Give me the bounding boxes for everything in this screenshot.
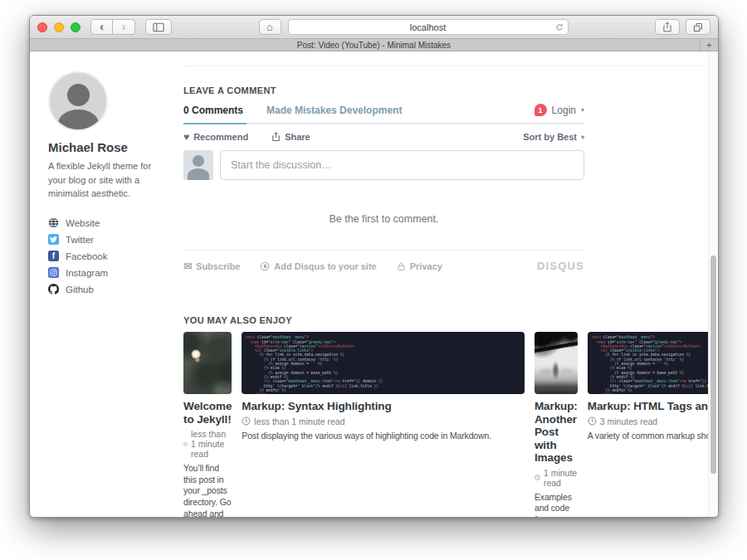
link-label: Twitter <box>66 235 94 245</box>
envelope-icon: ✉ <box>183 261 192 271</box>
active-tab[interactable]: Post: Video (YouTube) - Minimal Mistakes <box>30 41 718 50</box>
author-bio: A flexible Jekyll theme for your blog or… <box>48 159 158 201</box>
scrollbar-thumb[interactable] <box>710 256 716 474</box>
related-post-card: Markup: Another Post with Images 1 minut… <box>535 332 578 518</box>
author-name: Michael Rose <box>48 140 173 154</box>
read-time-label: less than 1 minute read <box>191 429 232 459</box>
tabs-icon <box>693 22 703 32</box>
facebook-icon: f <box>48 251 59 261</box>
clock-icon <box>242 416 251 426</box>
sidebar-toggle-button[interactable] <box>145 19 172 35</box>
related-post-card: <div class="masthead__menu"> <nav id="si… <box>242 332 525 518</box>
forward-button[interactable]: › <box>113 19 135 35</box>
tab-comments[interactable]: 0 Comments <box>183 105 243 116</box>
post-thumbnail-fog[interactable] <box>535 332 578 394</box>
sort-by-best-button[interactable]: Sort by Best ▾ <box>523 132 584 142</box>
twitter-icon <box>48 234 59 245</box>
disqus-header: 0 Comments Made Mistakes Development 1 L… <box>183 104 584 124</box>
comment-input[interactable] <box>220 150 584 180</box>
browser-window: ‹ › ⌂ localhost <box>29 15 719 518</box>
login-label: Login <box>552 105 576 116</box>
disqus-logo[interactable]: DISQUS <box>537 260 584 272</box>
clock-icon <box>183 440 188 449</box>
share-button[interactable] <box>655 19 680 35</box>
subscribe-link[interactable]: ✉ Subscribe <box>183 261 240 271</box>
subscribe-label: Subscribe <box>196 261 240 271</box>
back-button[interactable]: ‹ <box>90 19 113 35</box>
home-button[interactable]: ⌂ <box>259 19 281 35</box>
disqus-embed: 0 Comments Made Mistakes Development 1 L… <box>183 104 584 272</box>
post-title[interactable]: Markup: HTML Tags and Formatting <box>588 400 719 413</box>
sort-label: Sort by Best <box>523 132 577 142</box>
related-posts-section: YOU MAY ALSO ENJOY Welcome to Jekyll! le… <box>183 315 719 518</box>
read-time-label: 1 minute read <box>544 468 578 488</box>
code-thumb: <div class="masthead__menu"> <nav id="si… <box>246 335 520 394</box>
link-label: Github <box>66 285 94 295</box>
community-link[interactable]: Made Mistakes Development <box>266 105 402 116</box>
post-thumbnail-code[interactable]: <div class="masthead__menu"> <nav id="si… <box>242 332 525 394</box>
url-text: localhost <box>301 22 555 32</box>
post-thumbnail-code[interactable]: <div class="masthead__menu"> <nav id="si… <box>588 332 719 394</box>
sidebar-item-github[interactable]: Github <box>48 284 173 295</box>
privacy-label: Privacy <box>410 261 442 271</box>
author-sidebar: Michael Rose A flexible Jekyll theme for… <box>30 51 173 518</box>
avatar <box>48 71 108 131</box>
screenshot-stage: ‹ › ⌂ localhost <box>0 0 747 560</box>
login-button[interactable]: 1 Login ▾ <box>535 104 584 116</box>
disqus-d-icon <box>260 261 270 271</box>
reload-icon[interactable] <box>555 23 564 32</box>
comment-editor <box>183 150 584 180</box>
clock-icon <box>588 416 597 426</box>
commenter-avatar <box>183 150 213 180</box>
post-excerpt: Examples and code for displaying images … <box>535 492 578 518</box>
chevron-down-icon: ▾ <box>581 106 584 114</box>
page-content: Michael Rose A flexible Jekyll theme for… <box>30 51 718 518</box>
notification-badge: 1 <box>535 104 547 116</box>
related-heading: YOU MAY ALSO ENJOY <box>183 315 719 325</box>
link-label: Website <box>66 218 100 228</box>
post-title[interactable]: Welcome to Jekyll! <box>183 400 232 426</box>
share-label: Share <box>285 132 310 142</box>
tab-bar: Post: Video (YouTube) - Minimal Mistakes… <box>30 39 718 51</box>
lock-icon <box>397 261 406 271</box>
post-excerpt: Post displaying the various ways of high… <box>242 431 525 442</box>
sidebar-item-twitter[interactable]: Twitter <box>48 234 173 246</box>
close-button[interactable] <box>37 22 47 32</box>
post-thumbnail-moss[interactable] <box>183 332 232 394</box>
post-title[interactable]: Markup: Another Post with Images <box>535 400 578 465</box>
recommend-button[interactable]: ♥ Recommend <box>183 132 248 142</box>
add-disqus-link[interactable]: Add Disqus to your site <box>260 261 376 271</box>
forward-icon: › <box>122 21 126 32</box>
traffic-lights <box>37 22 81 32</box>
toolbar-right-buttons <box>655 19 710 35</box>
privacy-link[interactable]: Privacy <box>397 261 442 271</box>
share-thread-button[interactable]: Share <box>271 132 310 142</box>
related-post-card: <div class="masthead__menu"> <nav id="si… <box>588 332 719 518</box>
link-label: Facebook <box>66 251 108 261</box>
add-disqus-label: Add Disqus to your site <box>274 261 376 271</box>
clock-icon <box>535 473 540 482</box>
address-bar[interactable]: localhost <box>288 19 569 35</box>
main-column: LEAVE A COMMENT 0 Comments Made Mistakes… <box>173 51 719 518</box>
post-title[interactable]: Markup: Syntax Highlighting <box>242 400 525 413</box>
github-icon <box>48 284 59 295</box>
sidebar-item-instagram[interactable]: Instagram <box>48 267 173 279</box>
link-label: Instagram <box>66 268 108 278</box>
sidebar-item-website[interactable]: Website <box>48 217 173 229</box>
empty-state-text: Be the first to comment. <box>183 213 584 225</box>
tab-overview-button[interactable] <box>686 19 710 35</box>
zoom-button[interactable] <box>71 22 81 32</box>
home-icon: ⌂ <box>266 21 273 33</box>
sidebar-item-facebook[interactable]: f Facebook <box>48 251 173 262</box>
read-time: less than 1 minute read <box>242 416 525 426</box>
nav-buttons: ‹ › <box>90 19 135 35</box>
new-tab-button[interactable]: + <box>700 39 718 51</box>
browser-toolbar: ‹ › ⌂ localhost <box>30 16 718 39</box>
share-icon <box>662 22 672 32</box>
read-time-label: less than 1 minute read <box>254 416 344 426</box>
disqus-footer: ✉ Subscribe Add Disqus to your site Priv… <box>183 251 584 272</box>
post-excerpt: You’ll find this post in your _posts dir… <box>183 463 232 518</box>
read-time: less than 1 minute read <box>183 429 232 459</box>
chevron-down-icon: ▾ <box>581 134 584 141</box>
minimize-button[interactable] <box>54 22 64 32</box>
